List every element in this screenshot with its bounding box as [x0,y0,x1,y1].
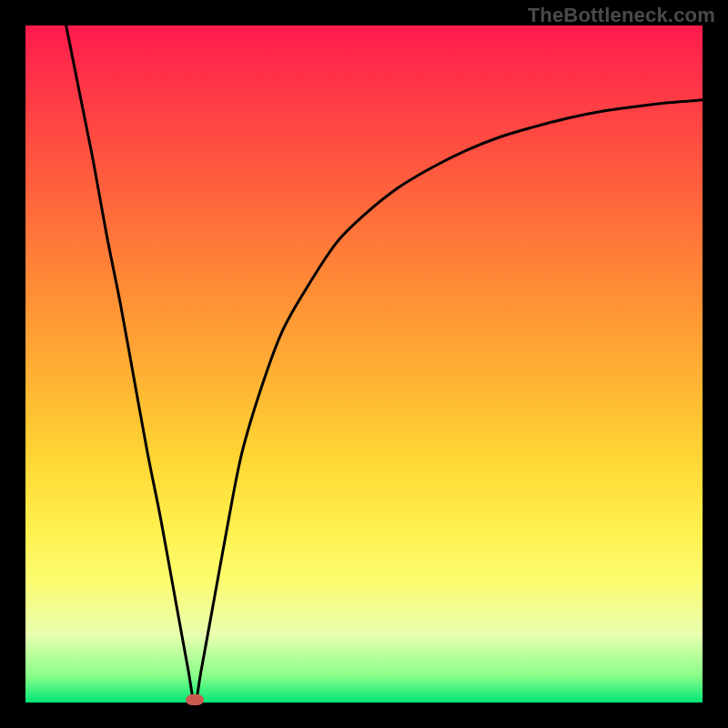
bottleneck-curve [25,25,703,703]
curve-path [66,25,703,703]
watermark-text: TheBottleneck.com [528,4,715,27]
chart-frame: TheBottleneck.com [0,0,728,728]
optimal-point-marker [186,694,204,705]
chart-plot-area [25,25,703,703]
